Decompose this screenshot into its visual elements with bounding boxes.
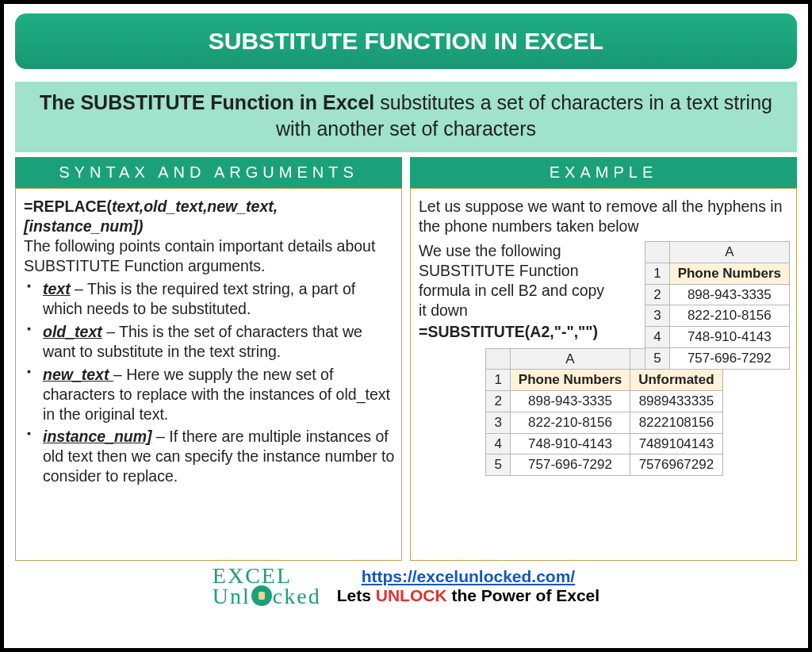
- logo-bottom: Unlcked: [213, 585, 321, 606]
- syntax-body: =REPLACE(text,old_text,new_text,[instanc…: [15, 188, 402, 561]
- logo-top: EXCEL: [213, 566, 321, 585]
- arg-name: instance_num]: [43, 428, 152, 445]
- table-cell: 8222108156: [630, 412, 722, 433]
- table-cell: 8989433335: [630, 391, 722, 412]
- arg-item: instance_num] – If there are multiple in…: [24, 427, 395, 486]
- table-cell: 822-210-8156: [669, 305, 789, 327]
- table-cell: 898-943-3335: [510, 391, 630, 412]
- row-num: 4: [486, 433, 510, 454]
- syntax-formula: =REPLACE(text,old_text,new_text,[instanc…: [24, 197, 395, 236]
- input-table: A 1Phone Numbers 2898-943-3335 3822-210-…: [645, 241, 790, 370]
- corner-cell: [486, 348, 510, 370]
- logo-bottom-post: cked: [273, 586, 321, 606]
- example-p1: Let us suppose we want to remove all the…: [419, 197, 790, 236]
- arg-name: old_text: [43, 323, 102, 340]
- example-body: Let us suppose we want to remove all the…: [410, 188, 797, 561]
- row-num: 2: [486, 391, 510, 412]
- table-cell: 748-910-4143: [510, 433, 630, 454]
- table-cell: 757-696-7292: [669, 347, 789, 369]
- row-num: 3: [486, 412, 510, 433]
- syntax-column: SYNTAX AND ARGUMENTS =REPLACE(text,old_t…: [15, 157, 402, 561]
- arg-name: text: [43, 280, 71, 297]
- col-letter: A: [669, 242, 789, 263]
- footer-text: https://excelunlocked.com/ Lets UNLOCK t…: [337, 567, 599, 605]
- intro-bold: The SUBSTITUTE Function in Excel: [40, 91, 374, 113]
- row-num: 1: [486, 370, 510, 391]
- table-header-cell: Phone Numbers: [510, 370, 630, 391]
- tagline-pre: Lets: [337, 586, 376, 604]
- syntax-lead: The following points contain important d…: [24, 236, 395, 276]
- row-num: 5: [645, 347, 669, 369]
- table-cell: 757-696-7292: [510, 454, 630, 476]
- arg-desc: – This is the required text string, a pa…: [43, 280, 355, 317]
- table-cell: 7489104143: [630, 433, 722, 454]
- table-header-cell: Phone Numbers: [669, 263, 789, 284]
- tagline-unlock: UNLOCK: [376, 586, 447, 604]
- table-header-cell: Unformated: [630, 370, 722, 391]
- row-num: 4: [645, 327, 669, 348]
- argument-list: text – This is the required text string,…: [24, 279, 395, 487]
- lock-icon: [251, 585, 272, 606]
- example-column: EXAMPLE Let us suppose we want to remove…: [410, 157, 797, 561]
- row-num: 2: [645, 284, 669, 305]
- logo: EXCEL Unlcked: [213, 566, 321, 606]
- example-header: EXAMPLE: [410, 157, 797, 188]
- page-title: SUBSTITUTE FUNCTION IN EXCEL: [15, 13, 797, 69]
- arg-name: new_text: [43, 366, 113, 383]
- corner-cell: [645, 242, 669, 263]
- arg-item: old_text – This is the set of characters…: [24, 322, 395, 362]
- example-p2: We use the following SUBSTITUTE Function…: [419, 241, 613, 320]
- table-cell: 7576967292: [630, 454, 722, 476]
- logo-bottom-pre: Unl: [213, 586, 251, 606]
- col-letter: A: [510, 348, 630, 370]
- tagline-post: the Power of Excel: [447, 586, 600, 604]
- row-num: 1: [645, 263, 669, 284]
- syntax-header: SYNTAX AND ARGUMENTS: [15, 157, 402, 188]
- arg-item: new_text – Here we supply the new set of…: [24, 365, 395, 424]
- footer: EXCEL Unlcked https://excelunlocked.com/…: [15, 566, 797, 606]
- table-cell: 898-943-3335: [669, 284, 789, 305]
- footer-link[interactable]: https://excelunlocked.com/: [362, 567, 576, 585]
- table-cell: 748-910-4143: [669, 327, 789, 348]
- formula-prefix: =REPLACE(: [24, 198, 112, 215]
- arg-item: text – This is the required text string,…: [24, 279, 395, 319]
- columns: SYNTAX AND ARGUMENTS =REPLACE(text,old_t…: [15, 157, 797, 561]
- intro-box: The SUBSTITUTE Function in Excel substit…: [15, 82, 797, 152]
- table-cell: 822-210-8156: [510, 412, 630, 433]
- row-num: 5: [486, 454, 510, 476]
- row-num: 3: [645, 305, 669, 327]
